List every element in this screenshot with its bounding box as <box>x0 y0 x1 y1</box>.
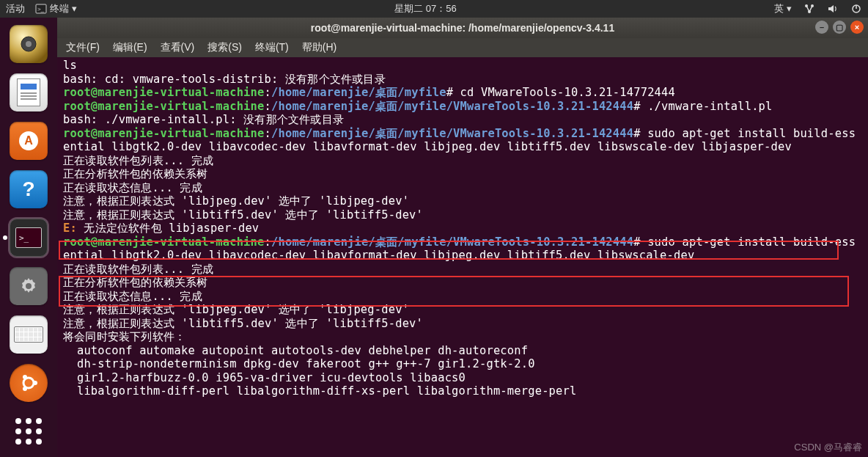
dock-item-onboard[interactable] <box>10 315 48 354</box>
menu-search[interactable]: 搜索(S) <box>207 41 242 54</box>
svg-point-8 <box>26 41 32 47</box>
terminal-menu-bar: 文件(F) 编辑(E) 查看(V) 搜索(S) 终端(T) 帮助(H) <box>57 38 868 57</box>
menu-help[interactable]: 帮助(H) <box>302 41 336 54</box>
term-cmd: ./vmware-intall.pl <box>641 100 773 113</box>
ime-indicator[interactable]: 英 ▾ <box>774 2 792 15</box>
term-line: dh-strip-nondeterminism dpkg-dev fakeroo… <box>63 357 535 370</box>
window-maximize-button[interactable]: ▢ <box>833 21 846 34</box>
term-line: ls <box>63 59 77 72</box>
term-line: 正在读取软件包列表... 完成 <box>63 154 213 167</box>
svg-text:>_: >_ <box>37 6 45 12</box>
window-close-button[interactable]: × <box>850 21 864 34</box>
apt-error-msg: 无法定位软件包 libjasper-dev <box>84 222 259 235</box>
term-line: libalgorithm-diff-perl libalgorithm-diff… <box>63 384 577 398</box>
prompt-path: /home/marenjie/桌面/myfile <box>271 86 446 99</box>
term-line: 正在读取软件包列表... 完成 <box>63 263 213 276</box>
network-icon[interactable] <box>803 3 815 15</box>
prompt-path: /home/marenjie/桌面/myfile/VMwareTools-10.… <box>271 127 633 140</box>
term-line: 注意，根据正则表达式 'libjpeg.dev' 选中了 'libjpeg-de… <box>63 303 409 316</box>
menu-file[interactable]: 文件(F) <box>66 41 100 54</box>
terminal-icon: >_ <box>35 3 47 15</box>
dock-item-help[interactable]: ? <box>10 170 48 208</box>
term-cmd: cd VMwareTools-10.3.21-14772444 <box>453 86 675 99</box>
prompt-user: root@marenjie-virtual-machine <box>63 235 265 249</box>
term-line: 正在分析软件包的依赖关系树 <box>63 276 208 289</box>
dock-item-settings[interactable] <box>10 267 48 305</box>
dock-show-apps[interactable] <box>10 412 48 450</box>
window-minimize-button[interactable]: – <box>815 21 828 34</box>
svg-point-12 <box>23 375 27 379</box>
term-line: bash: ./vmware-intall.pl: 没有那个文件或目录 <box>63 113 344 126</box>
svg-point-13 <box>23 387 27 391</box>
term-line: 正在分析软件包的依赖关系树 <box>63 167 208 180</box>
dock-item-rhythmbox[interactable] <box>10 25 48 63</box>
apt-error-label: E: <box>63 222 84 235</box>
prompt-user: root@marenjie-virtual-machine <box>63 86 265 99</box>
ubuntu-dock: A ? <box>0 18 57 457</box>
dock-item-writer[interactable] <box>10 73 48 111</box>
term-line: 注意，根据正则表达式 'libtiff5.dev' 选中了 'libtiff5-… <box>63 317 423 330</box>
svg-point-9 <box>26 283 32 289</box>
app-menu-label: 终端 ▾ <box>50 2 77 15</box>
window-title: root@marenjie-virtual-machine: /home/mar… <box>311 22 614 34</box>
prompt-path: /home/marenjie/桌面/myfile/VMwareTools-10.… <box>271 100 633 113</box>
prompt-user: root@marenjie-virtual-machine <box>63 127 265 140</box>
dock-item-ubuntu[interactable] <box>10 364 48 402</box>
term-line: gir1.2-harfbuzz-0.0 i965-va-driver icu-d… <box>63 371 466 384</box>
running-indicator-icon <box>3 235 7 240</box>
menu-edit[interactable]: 编辑(E) <box>113 41 147 54</box>
terminal-output[interactable]: ls bash: cd: vmware-tools-distrib: 没有那个文… <box>57 57 868 457</box>
watermark: CSDN @马睿睿 <box>794 441 862 454</box>
terminal-window: root@marenjie-virtual-machine: /home/mar… <box>57 18 868 457</box>
term-line: autoconf automake autopoint autotools-de… <box>63 344 528 357</box>
clock[interactable]: 星期二 07：56 <box>77 2 775 15</box>
term-line: 将会同时安装下列软件： <box>63 330 185 343</box>
dock-item-terminal[interactable] <box>10 219 48 257</box>
svg-point-11 <box>33 381 37 385</box>
gnome-top-panel: 活动 >_ 终端 ▾ 星期二 07：56 英 ▾ <box>0 0 868 18</box>
term-line: bash: cd: vmware-tools-distrib: 没有那个文件或目… <box>63 73 386 86</box>
term-line: 注意，根据正则表达式 'libjpeg.dev' 选中了 'libjpeg-de… <box>63 194 409 208</box>
term-line: 正在读取状态信息... 完成 <box>63 290 202 303</box>
dock-item-software[interactable]: A <box>10 122 48 160</box>
activities-button[interactable]: 活动 <box>6 2 25 15</box>
app-menu[interactable]: >_ 终端 ▾ <box>35 2 77 15</box>
menu-view[interactable]: 查看(V) <box>161 41 195 54</box>
menu-terminal[interactable]: 终端(T) <box>255 41 289 54</box>
term-line: 正在读取状态信息... 完成 <box>63 181 202 194</box>
prompt-user: root@marenjie-virtual-machine <box>63 100 265 113</box>
svg-point-10 <box>23 378 34 388</box>
prompt-path: /home/marenjie/桌面/myfile/VMwareTools-10.… <box>271 235 633 249</box>
window-title-bar[interactable]: root@marenjie-virtual-machine: /home/mar… <box>57 18 868 38</box>
power-icon[interactable] <box>850 3 862 15</box>
volume-icon[interactable] <box>827 3 839 15</box>
term-line: 注意，根据正则表达式 'libtiff5.dev' 选中了 'libtiff5-… <box>63 208 423 222</box>
